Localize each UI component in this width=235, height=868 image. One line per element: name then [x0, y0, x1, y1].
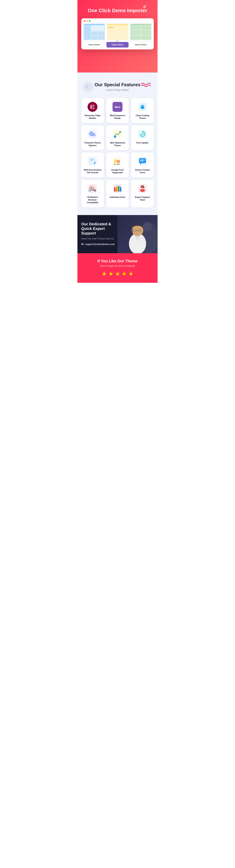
woo-icon: Woo: [112, 101, 123, 112]
svg-point-27: [91, 133, 92, 134]
woo-logo: Woo: [112, 102, 123, 112]
feature-card-doc: Well Documented File Include: [81, 152, 104, 178]
doc-icon: [87, 156, 98, 166]
feature-card-seo: SEO Optimized Theme: [106, 125, 129, 150]
svg-rect-57: [140, 161, 144, 161]
support-label: Expert Support Team: [133, 196, 152, 201]
feature-card-code: Clean Coding Theme: [131, 98, 154, 123]
support-person-illustration: [119, 215, 157, 253]
svg-point-62: [94, 190, 96, 191]
svg-rect-75: [118, 188, 118, 188]
svg-point-60: [91, 188, 93, 189]
code-label: Clean Coding Theme: [133, 114, 152, 120]
demo-browser: Import Demo Import Demo Import Demo ☞: [81, 18, 154, 50]
theme-label: Powerful Theme Options: [83, 142, 102, 147]
svg-rect-71: [114, 189, 114, 190]
svg-rect-91: [132, 231, 133, 232]
svg-rect-45: [91, 161, 93, 162]
svg-point-29: [94, 134, 95, 135]
demo-screens: [83, 23, 152, 40]
update-label: Free Update: [136, 142, 148, 144]
svg-rect-81: [141, 187, 141, 188]
star-5: ★: [128, 270, 134, 277]
feature-card-contact: Fluent Contact Form: [131, 152, 154, 178]
svg-text:Woo: Woo: [115, 105, 120, 108]
browser-dots: [83, 20, 152, 22]
svg-rect-44: [91, 160, 93, 161]
import-demo-button-3[interactable]: Import Demo: [130, 42, 152, 48]
svg-point-49: [114, 164, 115, 165]
svg-text:A: A: [114, 158, 117, 164]
elementor-label: Elementor Page Builder: [83, 114, 102, 120]
feature-card-elementor: Elementor Page Builder: [81, 98, 104, 123]
gear-icon: [87, 129, 98, 140]
hero-title: One Click Demo Importer: [81, 8, 154, 13]
star-2: ★: [108, 270, 113, 277]
support-section: Our Dedicated & Quick Expert Support Nee…: [77, 215, 158, 253]
svg-rect-12: [91, 105, 92, 109]
svg-rect-70: [114, 188, 114, 189]
svg-rect-14: [92, 107, 94, 107]
star-1: ★: [102, 270, 107, 277]
svg-rect-56: [140, 160, 145, 160]
browser-label: All Modern Browser Compatible: [83, 196, 102, 204]
svg-rect-77: [120, 189, 120, 190]
seo-icon: [112, 129, 123, 140]
decorative-plus: +: [144, 3, 147, 9]
support-subtitle: Need Any Help? Please Mail Us: [81, 237, 118, 240]
svg-rect-74: [118, 187, 118, 187]
elementor-icon: [87, 101, 98, 112]
rating-section: If You Like Our Theme Don't Forget To Gi…: [77, 253, 158, 283]
font-label: Google Font Supported: [108, 168, 127, 174]
color-label: Unlimited Color: [110, 196, 125, 198]
feature-card-woo: Woo WooCommerce Ready: [106, 98, 129, 123]
elementor-logo: [88, 102, 98, 112]
rating-subtitle: Don't Forget To Give Us Rating!: [81, 265, 154, 267]
demo-screen-2: [106, 23, 129, 40]
features-section: + Our Special Features Useful Things Mat…: [77, 72, 158, 215]
svg-rect-33: [93, 133, 94, 134]
decorative-plus-features: +: [86, 84, 88, 89]
doc-label: Well Documented File Include: [83, 168, 102, 174]
support-image-area: [118, 215, 158, 253]
color-icon: [112, 183, 123, 194]
svg-point-80: [140, 189, 145, 192]
svg-rect-72: [115, 187, 116, 188]
rating-title: If You Like Our Theme: [81, 259, 154, 263]
star-4: ★: [122, 270, 127, 277]
font-icon: A B: [112, 156, 123, 166]
feature-card-theme: Powerful Theme Options: [81, 125, 104, 150]
update-icon: [137, 129, 148, 140]
svg-point-51: [117, 164, 118, 165]
support-content: Our Dedicated & Quick Expert Support Nee…: [77, 215, 122, 253]
svg-rect-76: [120, 188, 120, 188]
browser-icon: [87, 183, 98, 194]
demo-screen-1: [83, 23, 105, 40]
svg-rect-54: [139, 158, 146, 163]
svg-rect-43: [91, 159, 93, 160]
woo-label: WooCommerce Ready: [108, 114, 127, 120]
support-title: Our Dedicated & Quick Expert Support: [81, 222, 118, 236]
cursor-icon: ☞: [116, 39, 119, 44]
svg-rect-30: [91, 131, 92, 132]
star-rating: ★ ★ ★ ★ ★: [81, 270, 154, 277]
hero-section: + One Click Demo Importer: [77, 0, 158, 72]
svg-point-52: [119, 164, 120, 165]
features-header: + Our Special Features Useful Things Mat…: [81, 82, 154, 91]
import-demo-button-1[interactable]: Import Demo: [83, 42, 105, 48]
svg-rect-13: [92, 105, 94, 105]
svg-rect-31: [91, 135, 92, 136]
svg-rect-15: [92, 108, 94, 109]
svg-rect-32: [89, 133, 90, 134]
demo-screen-3: [130, 23, 152, 40]
wave-decoration: [141, 82, 152, 89]
support-email: ✉ support@radiustheme.com: [81, 243, 118, 246]
svg-point-64: [89, 190, 90, 191]
seo-label: SEO Optimized Theme: [108, 142, 127, 147]
email-address: support@radiustheme.com: [85, 243, 115, 246]
svg-text:B: B: [117, 159, 120, 163]
feature-card-color: Unlimited Color: [106, 180, 129, 208]
contact-label: Fluent Contact Form: [133, 168, 152, 174]
contact-icon: [137, 156, 148, 166]
feature-card-support: Expert Support Team: [131, 180, 154, 208]
